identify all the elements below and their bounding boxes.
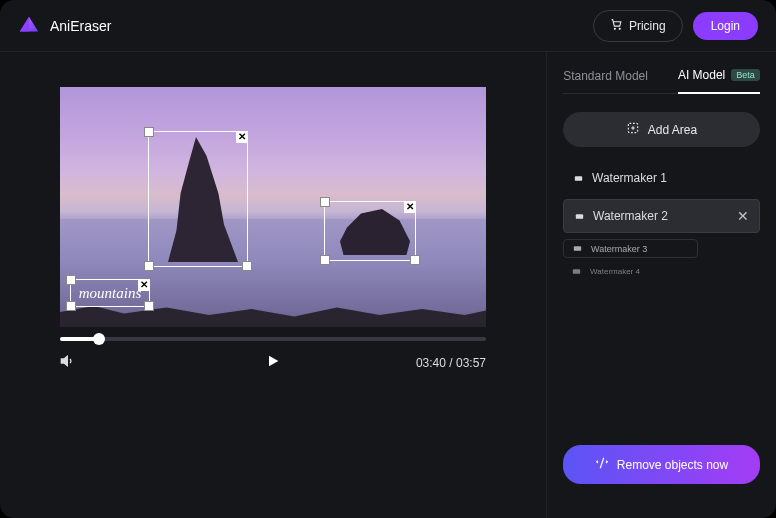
watermark-item-2[interactable]: Watermaker 2 ✕ — [563, 199, 760, 233]
resize-handle-icon[interactable] — [410, 255, 420, 265]
caption-text: mountains — [79, 285, 142, 302]
watermark-item-3[interactable]: Watermaker 3 — [563, 239, 698, 258]
add-area-button[interactable]: Add Area — [563, 112, 760, 147]
volume-icon[interactable] — [60, 353, 76, 372]
svg-point-3 — [619, 28, 620, 29]
sidebar-footer: Remove objects now — [563, 445, 760, 506]
current-time: 03:40 — [416, 356, 446, 370]
close-selection-icon[interactable]: ✕ — [236, 131, 248, 143]
selection-box-2[interactable]: ✕ — [324, 201, 416, 261]
tab-standard-label: Standard Model — [563, 69, 648, 83]
login-label: Login — [711, 19, 740, 33]
remove-objects-button[interactable]: Remove objects now — [563, 445, 760, 484]
selection-box-3[interactable]: ✕ mountains — [70, 279, 150, 307]
beta-badge: Beta — [731, 69, 760, 81]
resize-handle-icon[interactable] — [144, 261, 154, 271]
total-time: 03:57 — [456, 356, 486, 370]
app-window: AniEraser Pricing Login — [0, 0, 776, 518]
play-icon[interactable] — [265, 353, 281, 372]
video-controls: 03:40 / 03:57 — [60, 353, 486, 372]
svg-marker-1 — [20, 16, 29, 31]
watermark-label: Watermaker 4 — [590, 267, 640, 276]
watermark-label: Watermaker 2 — [593, 209, 668, 223]
watermark-item-1[interactable]: Watermaker 1 — [563, 163, 760, 193]
watermark-label: Watermaker 3 — [591, 244, 647, 254]
time-display: 03:40 / 03:57 — [416, 356, 486, 370]
pricing-label: Pricing — [629, 19, 666, 33]
resize-handle-icon[interactable] — [242, 261, 252, 271]
svg-rect-12 — [573, 269, 580, 274]
timeline-thumb[interactable] — [93, 333, 105, 345]
video-canvas[interactable]: ✕ ✕ ✕ mountains — [60, 87, 486, 327]
brand: AniEraser — [18, 15, 111, 37]
cart-icon — [610, 18, 623, 34]
resize-handle-icon[interactable] — [320, 197, 330, 207]
svg-rect-11 — [574, 246, 581, 251]
svg-rect-10 — [576, 214, 583, 219]
resize-handle-icon[interactable] — [66, 301, 76, 311]
model-tabs: Standard Model AI Model Beta — [563, 64, 760, 94]
watermark-icon — [573, 173, 584, 184]
delete-watermark-icon[interactable]: ✕ — [737, 208, 749, 224]
svg-point-2 — [614, 28, 615, 29]
login-button[interactable]: Login — [693, 12, 758, 40]
resize-handle-icon[interactable] — [320, 255, 330, 265]
sidebar: Standard Model AI Model Beta Add Area — [546, 52, 776, 518]
tab-ai-model[interactable]: AI Model Beta — [678, 64, 760, 94]
pricing-button[interactable]: Pricing — [593, 10, 683, 42]
header-actions: Pricing Login — [593, 10, 758, 42]
watermark-icon — [571, 266, 582, 277]
header: AniEraser Pricing Login — [0, 0, 776, 52]
tab-ai-label: AI Model — [678, 68, 725, 82]
tab-standard-model[interactable]: Standard Model — [563, 64, 648, 93]
main: ✕ ✕ ✕ mountains — [0, 52, 776, 518]
brand-name: AniEraser — [50, 18, 111, 34]
add-area-label: Add Area — [648, 123, 697, 137]
svg-rect-9 — [575, 176, 582, 181]
magic-icon — [595, 456, 609, 473]
svg-marker-4 — [61, 356, 67, 365]
watermark-item-4[interactable]: Watermaker 4 — [563, 264, 673, 279]
video-area: ✕ ✕ ✕ mountains — [0, 52, 546, 518]
logo-icon — [18, 15, 40, 37]
resize-handle-icon[interactable] — [66, 275, 76, 285]
watermark-label: Watermaker 1 — [592, 171, 667, 185]
watermark-icon — [572, 243, 583, 254]
remove-objects-label: Remove objects now — [617, 458, 728, 472]
svg-marker-5 — [269, 356, 278, 367]
resize-handle-icon[interactable] — [144, 127, 154, 137]
close-selection-icon[interactable]: ✕ — [404, 201, 416, 213]
add-area-icon — [626, 121, 640, 138]
selection-box-1[interactable]: ✕ — [148, 131, 248, 267]
resize-handle-icon[interactable] — [144, 301, 154, 311]
watermark-icon — [574, 211, 585, 222]
timeline-progress — [60, 337, 96, 341]
timeline-track[interactable] — [60, 337, 486, 341]
watermark-list: Watermaker 1 Watermaker 2 ✕ Watermaker 3… — [563, 163, 760, 279]
